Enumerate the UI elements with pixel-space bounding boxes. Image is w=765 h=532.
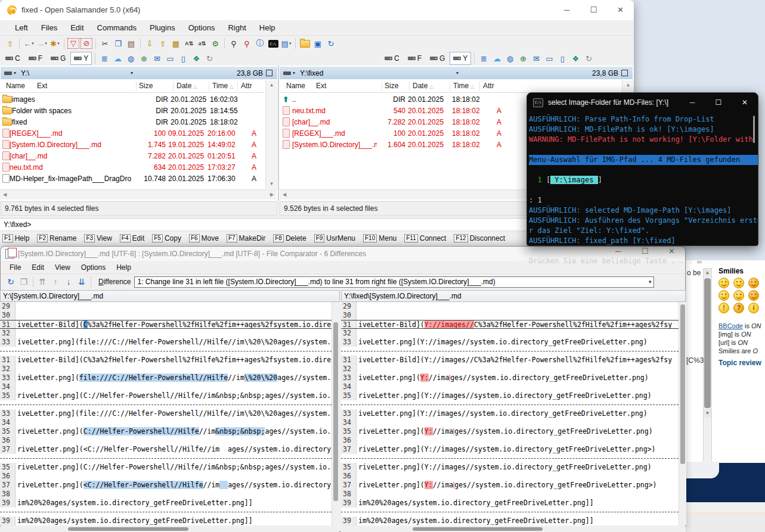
- fkey-f3-button[interactable]: F3View: [84, 234, 112, 242]
- col-time[interactable]: Time△: [453, 82, 474, 90]
- mail-icon[interactable]: ✉: [150, 52, 163, 64]
- back-icon[interactable]: ←: [22, 38, 35, 49]
- col-date[interactable]: Date△: [413, 82, 433, 90]
- scroll-down-icon[interactable]: ▼: [704, 409, 711, 418]
- drive-button-g[interactable]: G: [47, 52, 69, 65]
- smiley-icon-5[interactable]: [733, 290, 744, 301]
- smiley-badge-icon-1[interactable]: !: [718, 303, 729, 313]
- file-row[interactable]: [char]__.md7.28220.01.202501:20:51A: [0, 150, 265, 161]
- drive-button-y[interactable]: Y: [450, 52, 471, 65]
- chevron-down-icon[interactable]: ▾: [14, 70, 16, 76]
- minimize-icon[interactable]: ─: [679, 93, 705, 112]
- file-row[interactable]: imagesDIR20.01.202516:02:03: [0, 94, 265, 105]
- menu-item-options[interactable]: Options: [182, 23, 222, 32]
- compare-dirs-icon[interactable]: ⚙: [209, 38, 222, 49]
- ftp-globe-icon[interactable]: ⊕: [137, 52, 150, 64]
- scroll-up-icon[interactable]: ▲: [622, 80, 634, 90]
- menu-item-left[interactable]: Left: [8, 23, 35, 32]
- scroll-right-icon[interactable]: ▶: [267, 190, 277, 200]
- fkey-f6-button[interactable]: F6Move: [189, 234, 219, 242]
- portable-device-icon[interactable]: ▯: [556, 52, 569, 64]
- file-row[interactable]: MD-Helper_fix-ImagePath___DragDro...10.7…: [0, 173, 265, 184]
- salamander-icon[interactable]: ◍: [503, 52, 516, 64]
- free-space-icon[interactable]: [266, 70, 272, 76]
- last-difference-icon[interactable]: ⇊: [75, 276, 88, 288]
- open-folder-icon[interactable]: [298, 38, 311, 49]
- fkey-f4-button[interactable]: F4Edit: [120, 234, 144, 242]
- salamander-icon[interactable]: ◍: [124, 52, 137, 64]
- filter-icon[interactable]: ▽: [67, 38, 80, 49]
- network-drive-icon[interactable]: ▭: [163, 52, 176, 64]
- scroll-up-icon[interactable]: ▲: [266, 80, 277, 90]
- cloud-icon[interactable]: ☁: [490, 52, 503, 64]
- smiley-icon-3[interactable]: [748, 278, 759, 288]
- sort-ext-icon[interactable]: a⇅: [196, 38, 209, 49]
- col-attr[interactable]: Attr: [483, 82, 494, 90]
- portable-device-icon[interactable]: ▯: [176, 52, 190, 64]
- file-row[interactable]: [System.IO.Directory]___.md1.74519.01.20…: [0, 139, 265, 150]
- smiley-icon-6[interactable]: [748, 290, 759, 301]
- properties-icon[interactable]: ▦: [169, 38, 182, 49]
- console-scrollbar-thumb[interactable]: [753, 116, 755, 143]
- hot-paths-icon[interactable]: ✱: [48, 38, 61, 49]
- menu-item-plugins[interactable]: Plugins: [143, 23, 182, 32]
- scrollbar-thumb[interactable]: [704, 278, 711, 408]
- fkey-f9-button[interactable]: F9UsrMenu: [314, 234, 355, 242]
- recycle-icon[interactable]: ↻: [582, 52, 595, 64]
- menu-item-options[interactable]: Options: [76, 263, 111, 272]
- bbcode-link[interactable]: BBCode: [718, 322, 743, 329]
- menu-item-edit[interactable]: Edit: [26, 263, 49, 272]
- file-row[interactable]: neu.txt.md63420.01.202517:03:27A: [0, 161, 265, 173]
- network-drive-icon[interactable]: ▭: [543, 52, 556, 64]
- drive-button-g[interactable]: G: [426, 52, 448, 65]
- fkey-f5-button[interactable]: F5Copy: [152, 234, 181, 242]
- col-name[interactable]: Name: [6, 82, 25, 90]
- drive-button-f[interactable]: F: [404, 52, 425, 65]
- maximize-icon[interactable]: ☐: [580, 0, 607, 20]
- left-diff-scrollbar[interactable]: [332, 302, 339, 525]
- col-date[interactable]: Date△: [176, 82, 197, 90]
- recompare-icon[interactable]: ↻: [4, 276, 17, 288]
- file-row[interactable]: [REGEX]___.md10009.01.202520:16:00A: [0, 127, 265, 139]
- smiley-badge-icon-2[interactable]: ?: [733, 303, 744, 313]
- left-diff-hscrollbar[interactable]: [0, 527, 339, 532]
- shared-folder-icon[interactable]: ❖: [190, 52, 203, 64]
- smiley-icon-4[interactable]: [718, 290, 729, 301]
- image-viewer-icon[interactable]: ▣: [311, 38, 324, 49]
- first-difference-icon[interactable]: ⇈: [36, 276, 49, 288]
- col-size[interactable]: Size: [385, 82, 398, 90]
- recycle-icon[interactable]: ↻: [203, 52, 216, 64]
- cloud-icon[interactable]: ☁: [111, 52, 124, 64]
- close-icon[interactable]: ✕: [732, 93, 758, 112]
- file-row[interactable]: Folder with spacesDIR20.01.202518:14:55: [0, 105, 265, 116]
- topic-review-link[interactable]: Topic review: [718, 359, 761, 367]
- mail-icon[interactable]: ✉: [529, 52, 543, 64]
- command-shell-icon[interactable]: C:\: [267, 38, 280, 49]
- sort-name-icon[interactable]: A⇅: [182, 38, 196, 49]
- parent-directory-icon[interactable]: ⇧: [4, 38, 17, 49]
- chevron-down-icon[interactable]: ▾: [293, 70, 295, 76]
- right-diff-hscrollbar[interactable]: [341, 527, 686, 532]
- col-attr[interactable]: Attr: [241, 82, 252, 90]
- menu-item-help[interactable]: Help: [111, 263, 137, 272]
- drive-info-icon[interactable]: ⓘ: [253, 38, 267, 49]
- no-filter-icon[interactable]: ⊘: [80, 38, 93, 49]
- scroll-left-icon[interactable]: ◀: [280, 190, 289, 200]
- pack-icon[interactable]: ⇧: [156, 38, 169, 49]
- textarea-scrollbar[interactable]: ▲ ▼: [703, 268, 712, 463]
- right-diff-scrollbar[interactable]: [679, 302, 686, 525]
- scroll-up-icon[interactable]: ▲: [704, 269, 711, 277]
- col-time[interactable]: Time△: [212, 82, 233, 90]
- col-ext[interactable]: Ext: [37, 82, 47, 90]
- smiley-badge-icon-3[interactable]: i: [748, 303, 759, 313]
- document-icon[interactable]: ≣: [477, 52, 490, 64]
- menu-item-edit[interactable]: Edit: [64, 23, 90, 32]
- menu-item-file[interactable]: File: [4, 263, 26, 272]
- scroll-down-icon[interactable]: ▼: [266, 179, 277, 189]
- drive-button-c[interactable]: C: [381, 52, 403, 65]
- left-vertical-scrollbar[interactable]: ▲ ▼: [265, 80, 277, 189]
- copy-icon[interactable]: ❐: [112, 38, 125, 49]
- drive-button-f[interactable]: F: [25, 52, 46, 65]
- next-difference-icon[interactable]: ↓: [62, 276, 75, 288]
- copy-icon[interactable]: ❐: [17, 276, 30, 288]
